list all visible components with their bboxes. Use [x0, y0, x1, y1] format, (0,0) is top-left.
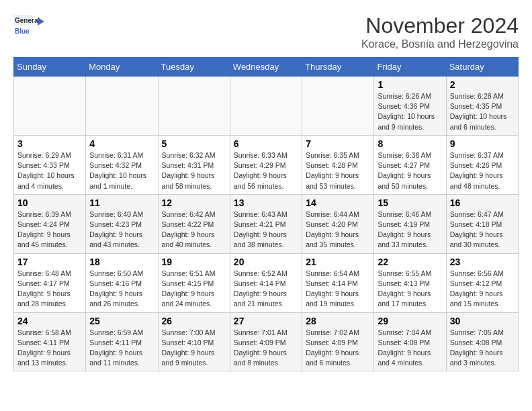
day-number: 8 — [378, 138, 442, 149]
day-number: 23 — [450, 257, 515, 267]
day-number: 3 — [17, 138, 82, 149]
day-number: 9 — [450, 138, 515, 149]
calendar-cell: 26Sunrise: 7:00 AMSunset: 4:10 PMDayligh… — [158, 312, 230, 371]
day-number: 28 — [306, 316, 370, 326]
calendar-cell: 12Sunrise: 6:42 AMSunset: 4:22 PMDayligh… — [158, 194, 230, 253]
calendar-table: SundayMondayTuesdayWednesdayThursdayFrid… — [13, 57, 519, 371]
day-info: Sunrise: 6:32 AMSunset: 4:31 PMDaylight:… — [162, 150, 226, 191]
day-number: 15 — [378, 197, 442, 208]
calendar-cell: 19Sunrise: 6:51 AMSunset: 4:15 PMDayligh… — [158, 253, 230, 312]
day-info: Sunrise: 6:54 AMSunset: 4:14 PMDaylight:… — [306, 269, 370, 310]
svg-text:General: General — [15, 17, 40, 24]
day-number: 11 — [89, 197, 154, 208]
day-info: Sunrise: 6:26 AMSunset: 4:36 PMDaylight:… — [378, 91, 442, 132]
calendar-cell: 8Sunrise: 6:36 AMSunset: 4:27 PMDaylight… — [374, 135, 446, 194]
day-info: Sunrise: 6:47 AMSunset: 4:18 PMDaylight:… — [450, 210, 515, 250]
calendar-cell: 25Sunrise: 6:59 AMSunset: 4:11 PMDayligh… — [86, 312, 158, 371]
calendar-cell — [302, 77, 374, 136]
calendar-cell: 16Sunrise: 6:47 AMSunset: 4:18 PMDayligh… — [446, 194, 518, 253]
day-number: 17 — [17, 257, 82, 267]
calendar-cell: 2Sunrise: 6:28 AMSunset: 4:35 PMDaylight… — [446, 77, 518, 136]
day-info: Sunrise: 6:40 AMSunset: 4:23 PMDaylight:… — [89, 210, 154, 250]
calendar-week-row: 17Sunrise: 6:48 AMSunset: 4:17 PMDayligh… — [14, 253, 519, 312]
day-number: 6 — [234, 138, 298, 149]
day-number: 7 — [306, 138, 370, 149]
calendar-cell: 1Sunrise: 6:26 AMSunset: 4:36 PMDaylight… — [374, 77, 446, 136]
header-tuesday: Tuesday — [158, 58, 230, 77]
header-saturday: Saturday — [446, 58, 518, 77]
day-number: 12 — [162, 197, 226, 208]
calendar-cell: 23Sunrise: 6:56 AMSunset: 4:12 PMDayligh… — [446, 253, 518, 312]
calendar-cell — [86, 77, 158, 136]
day-info: Sunrise: 6:55 AMSunset: 4:13 PMDaylight:… — [378, 269, 442, 310]
day-info: Sunrise: 6:48 AMSunset: 4:17 PMDaylight:… — [17, 269, 82, 310]
calendar-cell — [230, 77, 302, 136]
calendar-cell — [14, 77, 86, 136]
day-number: 14 — [306, 197, 370, 208]
calendar-cell: 30Sunrise: 7:05 AMSunset: 4:08 PMDayligh… — [446, 312, 518, 371]
day-number: 19 — [162, 257, 226, 267]
day-info: Sunrise: 6:37 AMSunset: 4:26 PMDaylight:… — [450, 150, 515, 191]
page-title: November 2024 — [361, 13, 519, 38]
header-wednesday: Wednesday — [230, 58, 302, 77]
day-info: Sunrise: 6:56 AMSunset: 4:12 PMDaylight:… — [450, 269, 515, 310]
day-info: Sunrise: 7:00 AMSunset: 4:10 PMDaylight:… — [162, 328, 226, 369]
calendar-header-row: SundayMondayTuesdayWednesdayThursdayFrid… — [14, 58, 519, 77]
calendar-cell: 20Sunrise: 6:52 AMSunset: 4:14 PMDayligh… — [230, 253, 302, 312]
calendar-cell: 7Sunrise: 6:35 AMSunset: 4:28 PMDaylight… — [302, 135, 374, 194]
calendar-week-row: 3Sunrise: 6:29 AMSunset: 4:33 PMDaylight… — [14, 135, 519, 194]
day-info: Sunrise: 6:43 AMSunset: 4:21 PMDaylight:… — [234, 210, 298, 250]
day-info: Sunrise: 6:31 AMSunset: 4:32 PMDaylight:… — [89, 150, 154, 191]
day-number: 10 — [17, 197, 82, 208]
header-sunday: Sunday — [14, 58, 86, 77]
day-number: 29 — [378, 316, 442, 326]
day-info: Sunrise: 6:35 AMSunset: 4:28 PMDaylight:… — [306, 150, 370, 191]
calendar-cell — [158, 77, 230, 136]
day-info: Sunrise: 6:52 AMSunset: 4:14 PMDaylight:… — [234, 269, 298, 310]
svg-marker-3 — [38, 17, 44, 26]
header-friday: Friday — [374, 58, 446, 77]
calendar-week-row: 24Sunrise: 6:58 AMSunset: 4:11 PMDayligh… — [14, 312, 519, 371]
day-info: Sunrise: 6:29 AMSunset: 4:33 PMDaylight:… — [17, 150, 82, 191]
day-info: Sunrise: 6:46 AMSunset: 4:19 PMDaylight:… — [378, 210, 442, 250]
header-thursday: Thursday — [302, 58, 374, 77]
day-number: 26 — [162, 316, 226, 326]
page-subtitle: Korace, Bosnia and Herzegovina — [361, 38, 519, 50]
calendar-week-row: 1Sunrise: 6:26 AMSunset: 4:36 PMDaylight… — [14, 77, 519, 136]
calendar-cell: 13Sunrise: 6:43 AMSunset: 4:21 PMDayligh… — [230, 194, 302, 253]
day-info: Sunrise: 7:04 AMSunset: 4:08 PMDaylight:… — [378, 328, 442, 369]
calendar-cell: 18Sunrise: 6:50 AMSunset: 4:16 PMDayligh… — [86, 253, 158, 312]
day-info: Sunrise: 6:44 AMSunset: 4:20 PMDaylight:… — [306, 210, 370, 250]
day-number: 22 — [378, 257, 442, 267]
title-block: November 2024 Korace, Bosnia and Herzego… — [361, 13, 519, 50]
day-info: Sunrise: 6:50 AMSunset: 4:16 PMDaylight:… — [89, 269, 154, 310]
calendar-cell: 21Sunrise: 6:54 AMSunset: 4:14 PMDayligh… — [302, 253, 374, 312]
calendar-cell: 29Sunrise: 7:04 AMSunset: 4:08 PMDayligh… — [374, 312, 446, 371]
calendar-cell: 22Sunrise: 6:55 AMSunset: 4:13 PMDayligh… — [374, 253, 446, 312]
day-number: 21 — [306, 257, 370, 267]
day-number: 25 — [89, 316, 154, 326]
calendar-cell: 15Sunrise: 6:46 AMSunset: 4:19 PMDayligh… — [374, 194, 446, 253]
day-number: 5 — [162, 138, 226, 149]
day-info: Sunrise: 7:05 AMSunset: 4:08 PMDaylight:… — [450, 328, 515, 369]
svg-text:Blue: Blue — [15, 28, 30, 35]
logo-svg: General Blue — [13, 13, 47, 40]
calendar-cell: 14Sunrise: 6:44 AMSunset: 4:20 PMDayligh… — [302, 194, 374, 253]
calendar-cell: 24Sunrise: 6:58 AMSunset: 4:11 PMDayligh… — [14, 312, 86, 371]
calendar-cell: 3Sunrise: 6:29 AMSunset: 4:33 PMDaylight… — [14, 135, 86, 194]
day-number: 30 — [450, 316, 515, 326]
day-info: Sunrise: 6:42 AMSunset: 4:22 PMDaylight:… — [162, 210, 226, 250]
day-info: Sunrise: 6:28 AMSunset: 4:35 PMDaylight:… — [450, 91, 515, 132]
day-info: Sunrise: 6:58 AMSunset: 4:11 PMDaylight:… — [17, 328, 82, 369]
day-number: 16 — [450, 197, 515, 208]
day-info: Sunrise: 6:59 AMSunset: 4:11 PMDaylight:… — [89, 328, 154, 369]
calendar-cell: 6Sunrise: 6:33 AMSunset: 4:29 PMDaylight… — [230, 135, 302, 194]
calendar-cell: 9Sunrise: 6:37 AMSunset: 4:26 PMDaylight… — [446, 135, 518, 194]
day-number: 27 — [234, 316, 298, 326]
day-number: 1 — [378, 79, 442, 90]
day-number: 13 — [234, 197, 298, 208]
header-monday: Monday — [86, 58, 158, 77]
day-number: 18 — [89, 257, 154, 267]
day-number: 20 — [234, 257, 298, 267]
day-info: Sunrise: 7:02 AMSunset: 4:09 PMDaylight:… — [306, 328, 370, 369]
